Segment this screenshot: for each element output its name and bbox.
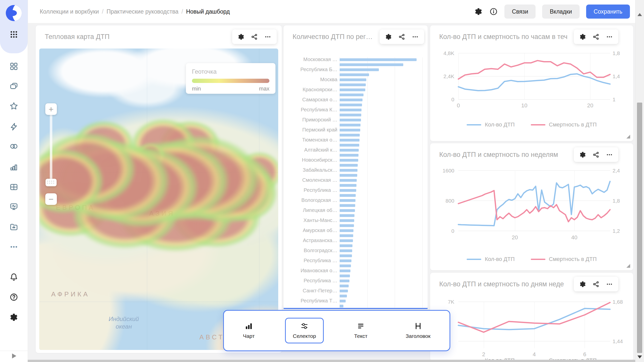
breadcrumb-item[interactable]: Коллекции и воркбуки [40, 8, 99, 15]
sidebar-item-nav-connections[interactable] [0, 140, 28, 152]
map-legend-min: min [192, 85, 201, 92]
sidebar-item-nav-dashboards[interactable] [0, 60, 28, 72]
widget-more-icon[interactable] [606, 281, 613, 288]
widget-share-icon[interactable] [593, 33, 599, 40]
bar-category-label: Московская … [284, 57, 337, 62]
bar [340, 169, 357, 172]
breadcrumb: Коллекции и воркбуки/Практические руково… [40, 8, 474, 15]
widget-settings-gear-icon[interactable] [238, 33, 245, 40]
sidebar-item-settings-gear[interactable] [0, 311, 28, 323]
dashboard-settings-gear-icon[interactable] [474, 7, 483, 16]
widget-settings-gear-icon[interactable] [385, 33, 392, 40]
bar [340, 94, 364, 96]
map-zoom-slider-track[interactable] [50, 111, 52, 185]
widget-settings-gear-icon[interactable] [579, 281, 586, 288]
bar-category-label: Тюменская о… [284, 137, 337, 143]
widget-more-icon[interactable] [606, 151, 613, 158]
bar [340, 194, 356, 197]
sidebar-item-nav-storage[interactable] [0, 221, 28, 233]
sidebar-item-notifications-bell[interactable] [0, 271, 28, 283]
tabs-button[interactable]: Вкладки [542, 5, 579, 19]
toolbar-item-Чарт[interactable]: Чарт [235, 318, 263, 343]
sidebar-item-nav-workbooks[interactable] [0, 80, 28, 93]
bar-row: Ивановская о… [284, 268, 424, 274]
play-triangle-icon [10, 352, 18, 360]
widget-share-icon[interactable] [593, 281, 599, 288]
notifications-bell-icon [10, 273, 18, 281]
bar [340, 114, 361, 116]
info-icon[interactable] [489, 7, 498, 16]
sidebar-item-apps-grid[interactable] [0, 28, 28, 40]
daily-chart-card: Кол-во ДТП и смертность по дням неде 246… [430, 273, 633, 361]
chart-widget-actions [574, 147, 618, 162]
widget-share-icon[interactable] [593, 151, 599, 158]
widget-share-icon[interactable] [251, 33, 258, 40]
chart-legend: Кол-во ДТПСмертность в ДТП [430, 256, 633, 262]
bar [340, 234, 353, 237]
map-zoom-slider-handle[interactable] [46, 179, 57, 186]
y-axis-left-tick-label: 0 [430, 97, 454, 103]
bar [340, 124, 360, 126]
vertical-scrollbar-thumb[interactable] [637, 103, 642, 353]
breadcrumb-item: Новый дашборд [186, 8, 230, 15]
chart-h-gridline [458, 99, 610, 100]
legend-line-swatch [531, 259, 545, 260]
sidebar-item-help-question[interactable] [0, 291, 28, 303]
links-button[interactable]: Связи [504, 5, 536, 19]
bar-category-label: Алтайский к… [284, 147, 337, 153]
y-axis-right-tick-label: 1,44 [613, 338, 623, 344]
x-axis-tick-label: 40 [571, 234, 577, 241]
bar [340, 68, 379, 71]
widget-resize-handle[interactable] [626, 135, 630, 139]
widget-more-icon[interactable] [412, 33, 419, 40]
toolbar-item-Селектор[interactable]: Селектор [285, 318, 324, 343]
map-zoom-out-button[interactable]: − [45, 193, 57, 205]
vertical-scrollbar[interactable] [635, 0, 644, 362]
sidebar-item-nav-quick[interactable] [0, 121, 28, 133]
sidebar-item-nav-monitoring[interactable] [0, 201, 28, 213]
widget-share-icon[interactable] [398, 33, 405, 40]
bar-category-label: Ивановская о… [284, 268, 337, 274]
hourly-chart-title: Кол-во ДТП и смертность по часам в теч [439, 33, 568, 41]
legend-item[interactable]: Смертность в ДТП [531, 256, 597, 262]
scroll-up-arrow-icon[interactable] [637, 13, 642, 16]
widget-settings-gear-icon[interactable] [579, 151, 586, 158]
legend-item[interactable]: Смертность в ДТП [531, 121, 597, 128]
bar-category-label: Смоленская … [284, 177, 337, 183]
chart-legend: Кол-во ДТПСмертность в ДТП [430, 121, 633, 128]
scroll-down-arrow-icon[interactable] [637, 355, 642, 358]
horizontal-scrollbar[interactable] [28, 360, 635, 362]
sidebar-expand-button[interactable] [0, 350, 28, 362]
save-button[interactable]: Сохранить [586, 5, 630, 19]
legend-label: Смертность в ДТП [549, 121, 597, 128]
chart-widget-actions [574, 277, 618, 291]
line-chart-plot [458, 53, 610, 99]
bar [340, 184, 356, 187]
datalens-logo[interactable] [6, 5, 22, 21]
legend-item[interactable]: Кол-во ДТП [467, 256, 515, 262]
sidebar-item-nav-more[interactable] [0, 241, 28, 253]
bar-row: Смоленская … [284, 178, 424, 183]
breadcrumb-item[interactable]: Практические руководства [106, 8, 178, 15]
heading-h-icon [414, 322, 422, 330]
bar-category-label: Красноярски… [284, 87, 337, 93]
map-zoom-in-button[interactable]: + [45, 103, 57, 115]
sidebar-item-nav-charts[interactable] [0, 161, 28, 173]
widget-settings-gear-icon[interactable] [579, 33, 586, 40]
series-line-Кол-во ДТП [458, 308, 610, 330]
widget-more-icon[interactable] [264, 33, 271, 40]
y-axis-right-tick-label: 1,8 [613, 50, 620, 56]
bar-row: Новосибирск… [284, 158, 424, 163]
toolbar-item-Текст[interactable]: Текст [346, 318, 375, 343]
map-legend-title: Геоточка [192, 68, 269, 75]
sidebar-item-nav-tables[interactable] [0, 181, 28, 193]
heatmap-map[interactable]: ЕВРОПА АЗИЯ АФРИКА Индийский океан АВСТР… [39, 49, 278, 350]
sidebar-item-nav-favorites[interactable] [0, 100, 28, 112]
toolbar-item-label: Селектор [293, 333, 316, 339]
bar [340, 219, 354, 222]
widget-more-icon[interactable] [606, 33, 613, 40]
legend-item[interactable]: Кол-во ДТП [467, 121, 515, 128]
datalens-dashboard-editor: Коллекции и воркбуки/Практические руково… [0, 0, 644, 362]
widget-resize-handle[interactable] [626, 264, 630, 268]
toolbar-item-Заголовок[interactable]: Заголовок [398, 318, 438, 343]
